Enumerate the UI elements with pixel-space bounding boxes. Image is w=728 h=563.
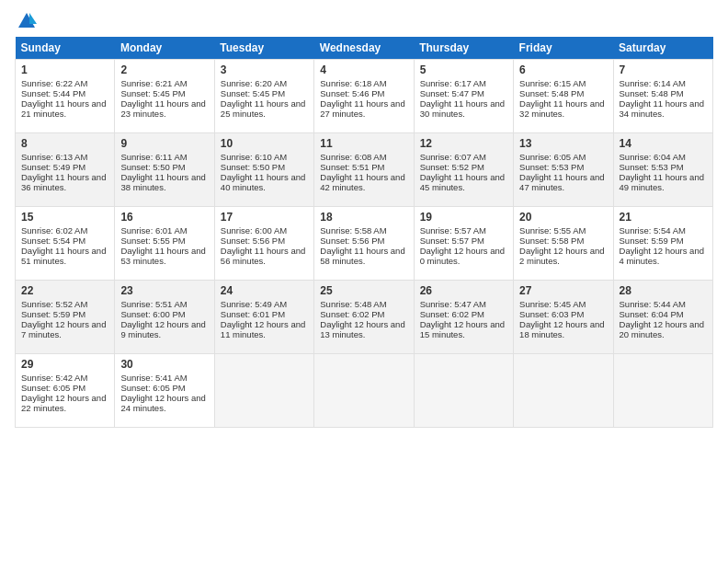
daylight-text: Daylight 11 hours and 40 minutes. xyxy=(221,172,305,192)
sunset-text: Sunset: 5:55 PM xyxy=(120,236,185,246)
calendar-cell: 20Sunrise: 5:55 AMSunset: 5:58 PMDayligh… xyxy=(514,207,613,281)
day-number: 8 xyxy=(21,137,108,150)
sunset-text: Sunset: 5:53 PM xyxy=(620,162,684,172)
sunset-text: Sunset: 6:05 PM xyxy=(21,383,85,393)
sunset-text: Sunset: 5:54 PM xyxy=(21,236,85,246)
day-number: 2 xyxy=(120,63,208,76)
calendar-cell: 28Sunrise: 5:44 AMSunset: 6:04 PMDayligh… xyxy=(613,281,712,354)
calendar-week-3: 15Sunrise: 6:02 AMSunset: 5:54 PMDayligh… xyxy=(16,207,713,281)
day-number: 12 xyxy=(420,137,507,150)
calendar-cell: 11Sunrise: 6:08 AMSunset: 5:51 PMDayligh… xyxy=(314,133,414,207)
sunrise-text: Sunrise: 6:05 AM xyxy=(519,152,586,162)
calendar-cell: 26Sunrise: 5:47 AMSunset: 6:02 PMDayligh… xyxy=(414,281,513,354)
calendar-cell: 23Sunrise: 5:51 AMSunset: 6:00 PMDayligh… xyxy=(115,281,214,354)
day-number: 29 xyxy=(21,358,108,371)
sunset-text: Sunset: 6:05 PM xyxy=(120,383,185,393)
sunrise-text: Sunrise: 6:11 AM xyxy=(120,152,187,162)
daylight-text: Daylight 11 hours and 45 minutes. xyxy=(420,172,505,192)
day-number: 24 xyxy=(221,284,308,297)
header xyxy=(15,11,713,31)
calendar-cell: 25Sunrise: 5:48 AMSunset: 6:02 PMDayligh… xyxy=(314,281,414,354)
day-number: 7 xyxy=(620,63,707,76)
sunrise-text: Sunrise: 5:47 AM xyxy=(420,299,486,309)
logo xyxy=(15,11,37,31)
sunset-text: Sunset: 5:48 PM xyxy=(519,88,584,98)
weekday-header-tuesday: Tuesday xyxy=(214,37,313,60)
sunrise-text: Sunrise: 5:44 AM xyxy=(620,299,686,309)
calendar-cell: 8Sunrise: 6:13 AMSunset: 5:49 PMDaylight… xyxy=(16,133,115,207)
weekday-header-saturday: Saturday xyxy=(613,37,712,60)
sunset-text: Sunset: 5:49 PM xyxy=(21,162,85,172)
calendar-cell: 4Sunrise: 6:18 AMSunset: 5:46 PMDaylight… xyxy=(314,60,414,133)
calendar-cell: 29Sunrise: 5:42 AMSunset: 6:05 PMDayligh… xyxy=(16,354,115,428)
daylight-text: Daylight 12 hours and 4 minutes. xyxy=(620,246,704,266)
calendar-cell: 9Sunrise: 6:11 AMSunset: 5:50 PMDaylight… xyxy=(115,133,214,207)
day-number: 1 xyxy=(21,63,108,76)
sunset-text: Sunset: 5:45 PM xyxy=(120,88,185,98)
daylight-text: Daylight 12 hours and 2 minutes. xyxy=(519,246,604,266)
day-number: 17 xyxy=(221,211,308,224)
day-number: 11 xyxy=(320,137,407,150)
daylight-text: Daylight 11 hours and 23 minutes. xyxy=(120,98,205,119)
daylight-text: Daylight 12 hours and 0 minutes. xyxy=(420,246,505,266)
calendar-week-1: 1Sunrise: 6:22 AMSunset: 5:44 PMDaylight… xyxy=(16,60,713,133)
sunset-text: Sunset: 5:47 PM xyxy=(420,88,484,98)
sunrise-text: Sunrise: 6:07 AM xyxy=(420,152,486,162)
sunset-text: Sunset: 5:58 PM xyxy=(519,236,584,246)
weekday-header-monday: Monday xyxy=(115,37,214,60)
calendar-cell xyxy=(214,354,313,428)
calendar-table: SundayMondayTuesdayWednesdayThursdayFrid… xyxy=(15,37,713,428)
sunset-text: Sunset: 5:52 PM xyxy=(420,162,484,172)
day-number: 27 xyxy=(519,284,607,297)
sunrise-text: Sunrise: 5:54 AM xyxy=(620,225,686,236)
day-number: 5 xyxy=(420,63,507,76)
calendar-cell: 1Sunrise: 6:22 AMSunset: 5:44 PMDaylight… xyxy=(16,60,115,133)
daylight-text: Daylight 12 hours and 13 minutes. xyxy=(320,319,404,339)
sunrise-text: Sunrise: 5:48 AM xyxy=(320,299,386,309)
daylight-text: Daylight 11 hours and 47 minutes. xyxy=(519,172,604,192)
daylight-text: Daylight 11 hours and 21 minutes. xyxy=(21,98,106,119)
sunrise-text: Sunrise: 6:04 AM xyxy=(620,152,686,162)
calendar-page: SundayMondayTuesdayWednesdayThursdayFrid… xyxy=(0,0,728,563)
sunset-text: Sunset: 5:57 PM xyxy=(420,236,484,246)
daylight-text: Daylight 11 hours and 30 minutes. xyxy=(420,98,505,119)
sunset-text: Sunset: 6:01 PM xyxy=(221,309,285,319)
sunrise-text: Sunrise: 6:08 AM xyxy=(320,152,386,162)
calendar-week-4: 22Sunrise: 5:52 AMSunset: 5:59 PMDayligh… xyxy=(16,281,713,354)
daylight-text: Daylight 12 hours and 20 minutes. xyxy=(620,319,704,339)
sunrise-text: Sunrise: 6:22 AM xyxy=(21,78,87,88)
weekday-header-friday: Friday xyxy=(514,37,613,60)
sunrise-text: Sunrise: 5:58 AM xyxy=(320,225,386,236)
sunrise-text: Sunrise: 6:15 AM xyxy=(519,78,586,88)
daylight-text: Daylight 12 hours and 7 minutes. xyxy=(21,319,106,339)
day-number: 19 xyxy=(420,211,507,224)
calendar-cell: 6Sunrise: 6:15 AMSunset: 5:48 PMDaylight… xyxy=(514,60,613,133)
calendar-cell: 5Sunrise: 6:17 AMSunset: 5:47 PMDaylight… xyxy=(414,60,513,133)
daylight-text: Daylight 11 hours and 42 minutes. xyxy=(320,172,404,192)
day-number: 30 xyxy=(120,358,208,371)
sunset-text: Sunset: 5:44 PM xyxy=(21,88,85,98)
daylight-text: Daylight 11 hours and 32 minutes. xyxy=(519,98,604,119)
day-number: 4 xyxy=(320,63,407,76)
sunset-text: Sunset: 5:50 PM xyxy=(120,162,185,172)
sunset-text: Sunset: 5:56 PM xyxy=(320,236,384,246)
sunset-text: Sunset: 6:02 PM xyxy=(320,309,384,319)
sunrise-text: Sunrise: 6:02 AM xyxy=(21,225,87,236)
sunset-text: Sunset: 5:50 PM xyxy=(221,162,285,172)
day-number: 25 xyxy=(320,284,407,297)
daylight-text: Daylight 11 hours and 25 minutes. xyxy=(221,98,305,119)
sunset-text: Sunset: 5:48 PM xyxy=(620,88,684,98)
sunrise-text: Sunrise: 5:57 AM xyxy=(420,225,486,236)
sunset-text: Sunset: 6:03 PM xyxy=(519,309,584,319)
daylight-text: Daylight 12 hours and 9 minutes. xyxy=(120,319,205,339)
calendar-cell: 12Sunrise: 6:07 AMSunset: 5:52 PMDayligh… xyxy=(414,133,513,207)
daylight-text: Daylight 11 hours and 49 minutes. xyxy=(620,172,704,192)
daylight-text: Daylight 11 hours and 36 minutes. xyxy=(21,172,106,192)
day-number: 28 xyxy=(620,284,707,297)
sunset-text: Sunset: 6:04 PM xyxy=(620,309,684,319)
sunrise-text: Sunrise: 6:18 AM xyxy=(320,78,386,88)
day-number: 21 xyxy=(620,211,707,224)
calendar-cell xyxy=(613,354,712,428)
daylight-text: Daylight 12 hours and 18 minutes. xyxy=(519,319,604,339)
day-number: 3 xyxy=(221,63,308,76)
